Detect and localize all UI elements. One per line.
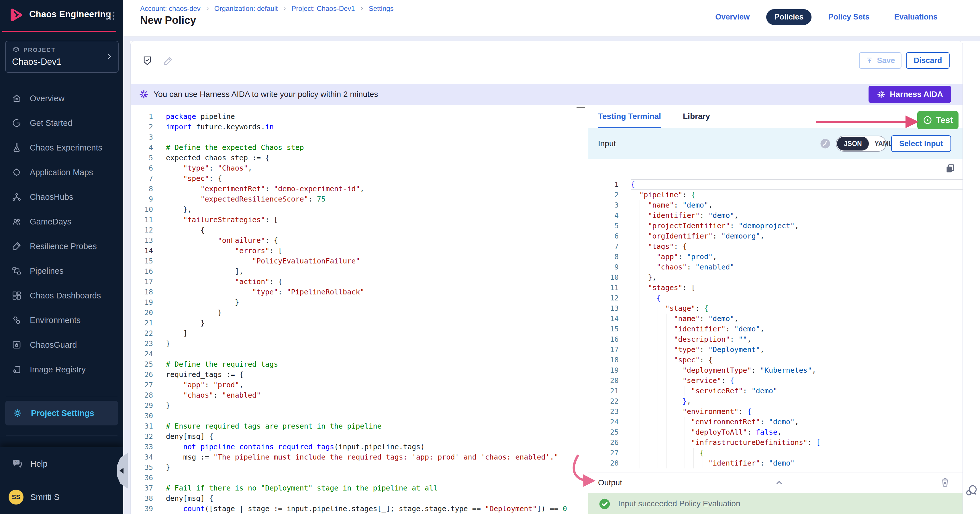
pencil-icon[interactable] <box>163 55 174 67</box>
tab-policy-sets[interactable]: Policy Sets <box>820 9 877 25</box>
dashboard-icon <box>11 290 22 301</box>
code-area[interactable]: { "pipeline": { "name": "demo", "identif… <box>619 180 963 472</box>
code-line: "deploymentType": "Kubernetes", <box>631 365 963 376</box>
line-number: 27 <box>588 448 619 458</box>
chevron-up-icon[interactable] <box>774 477 784 488</box>
sidebar-item-image-registry[interactable]: Image Registry <box>0 357 123 382</box>
breadcrumb-account[interactable]: Account: chaos-dev <box>140 5 200 13</box>
breadcrumb-organization[interactable]: Organization: default <box>214 5 278 13</box>
code-line: package pipeline <box>166 111 588 122</box>
play-circle-icon <box>923 115 932 125</box>
chevron-right-icon <box>282 6 287 11</box>
code-line: not pipeline_contains_required_tags(inpu… <box>166 442 588 452</box>
code-line: "type": "PipelineRollback" <box>166 287 588 297</box>
breadcrumb-project[interactable]: Project: Chaos-Dev1 <box>291 5 355 13</box>
cube-icon <box>12 46 20 54</box>
code-line: "spec": { <box>166 173 588 184</box>
line-number: 14 <box>130 246 153 256</box>
trash-icon[interactable] <box>940 477 950 488</box>
support-chat-icon[interactable] <box>964 483 979 498</box>
sidebar-item-overview[interactable]: Overview <box>0 86 123 111</box>
discard-button[interactable]: Discard <box>906 52 950 69</box>
code-line: "app": "prod", <box>631 252 963 262</box>
test-button[interactable]: Test <box>917 111 959 129</box>
code-line: required_tags := { <box>166 369 588 380</box>
line-number: 22 <box>130 328 153 339</box>
code-line: count([stage | stage := input.pipeline.s… <box>166 504 588 514</box>
line-number: 18 <box>130 287 153 297</box>
format-input-icon[interactable] <box>819 138 831 150</box>
code-area[interactable]: package pipelineimport future.keywords.i… <box>153 111 588 514</box>
line-number: 18 <box>588 355 619 365</box>
policy-code-editor[interactable]: 1234567891011121314151617181920212223242… <box>130 105 588 514</box>
sidebar-item-chaos-experiments[interactable]: Chaos Experiments <box>0 135 123 160</box>
code-line: "service": { <box>631 376 963 386</box>
line-number: 11 <box>588 283 619 293</box>
avatar: SS <box>9 490 24 504</box>
input-json-editor[interactable]: 1234567891011121314151617181920212223242… <box>588 159 963 472</box>
tab-policies[interactable]: Policies <box>766 9 811 25</box>
line-number: 23 <box>130 339 153 349</box>
user-menu[interactable]: SS Smriti S <box>9 490 60 504</box>
toggle-json[interactable]: JSON <box>837 137 869 151</box>
format-toggle[interactable]: JSON YAML <box>836 135 886 152</box>
sidebar-item-resilience-probes[interactable]: Resilience Probes <box>0 234 123 259</box>
sidebar-item-gamedays[interactable]: GameDays <box>0 209 123 234</box>
code-line: "chaos": "enabled" <box>631 262 963 272</box>
tab-testing-terminal[interactable]: Testing Terminal <box>598 105 661 128</box>
sidebar-item-chaos-dashboards[interactable]: Chaos Dashboards <box>0 283 123 308</box>
line-number: 16 <box>130 266 153 277</box>
code-line: "name": "demo", <box>631 200 963 210</box>
line-number: 28 <box>130 390 153 401</box>
sidebar-divider <box>6 397 118 397</box>
code-line: # Define the expected Chaos step <box>166 142 588 153</box>
help-button[interactable]: ? Help <box>11 458 48 469</box>
sidebar-item-application-maps[interactable]: Application Maps <box>0 160 123 185</box>
sidebar-item-get-started[interactable]: Get Started <box>0 111 123 135</box>
copy-icon[interactable] <box>945 163 956 174</box>
module-switcher-icon[interactable] <box>105 10 116 21</box>
harness-new-policy-page: Chaos Engineering PROJECT Chaos-Dev1 Ove… <box>0 0 980 514</box>
harness-aida-button[interactable]: Harness AIDA <box>869 86 951 103</box>
tab-overview[interactable]: Overview <box>707 9 758 25</box>
users-icon <box>11 216 22 227</box>
sidebar-item-project-settings[interactable]: Project Settings <box>5 401 118 425</box>
code-line: "orgIdentifier": "demoorg", <box>631 231 963 241</box>
line-number: 26 <box>130 369 153 380</box>
line-number: 17 <box>588 345 619 355</box>
home-icon <box>11 93 22 103</box>
sidebar-item-pipelines[interactable]: Pipelines <box>0 259 123 283</box>
code-line: "stages": [ <box>631 283 963 293</box>
code-line: } <box>166 462 588 473</box>
code-line: "pipeline": { <box>631 190 963 200</box>
line-number: 24 <box>588 417 619 427</box>
tab-library[interactable]: Library <box>683 105 710 128</box>
code-line: }, <box>631 272 963 283</box>
sidebar-header: Chaos Engineering <box>0 0 123 31</box>
line-number: 12 <box>130 225 153 236</box>
code-line: }, <box>631 396 963 406</box>
help-chat-icon: ? <box>11 458 23 469</box>
sidebar-item-chaoshubs[interactable]: ChaosHubs <box>0 185 123 209</box>
tab-evaluations[interactable]: Evaluations <box>886 9 946 25</box>
code-line: { <box>166 225 588 236</box>
save-button[interactable]: Save <box>859 52 902 69</box>
code-line: "identifier": "demo", <box>631 210 963 221</box>
shield-check-icon[interactable] <box>142 55 153 67</box>
line-number: 13 <box>130 236 153 246</box>
line-number: 22 <box>588 396 619 406</box>
breadcrumb-settings[interactable]: Settings <box>369 5 394 13</box>
chevron-right-icon <box>360 6 364 11</box>
line-number: 28 <box>588 458 619 468</box>
success-check-icon <box>598 497 611 511</box>
line-number: 25 <box>130 359 153 369</box>
sidebar-item-chaosguard[interactable]: ChaosGuard <box>0 333 123 357</box>
code-line <box>166 411 588 421</box>
sidebar-item-environments[interactable]: Environments <box>0 308 123 333</box>
select-input-button[interactable]: Select Input <box>891 135 951 152</box>
code-line: "environment": { <box>631 406 963 417</box>
line-number: 1 <box>588 180 619 190</box>
image-registry-icon <box>11 364 22 375</box>
project-selector[interactable]: PROJECT Chaos-Dev1 <box>5 41 119 73</box>
line-number: 33 <box>130 442 153 452</box>
